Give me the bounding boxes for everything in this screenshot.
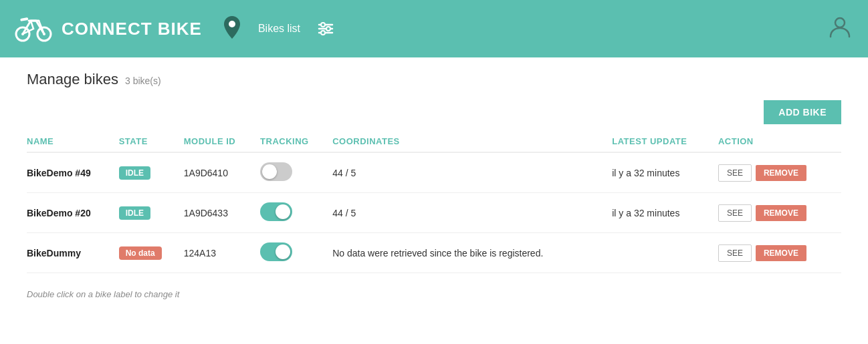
bikes-table: NAME STATE MODULE ID TRACKING COORDINATE… <box>27 131 841 273</box>
state-badge: IDLE <box>119 206 150 220</box>
latest-update-cell <box>612 233 718 273</box>
state-badge: No data <box>119 246 162 260</box>
footer-hint: Double click on a bike label to change i… <box>27 289 841 299</box>
svg-point-10 <box>326 27 330 31</box>
tracking-cell <box>260 233 332 273</box>
svg-point-9 <box>321 23 325 27</box>
nav-bikes-list[interactable]: Bikes list <box>258 23 300 35</box>
action-cell: SEE REMOVE <box>718 193 841 233</box>
col-state: STATE <box>119 131 184 152</box>
module-id-cell: 1A9D6410 <box>184 152 260 193</box>
bike-state-cell: No data <box>119 233 184 273</box>
table-header: NAME STATE MODULE ID TRACKING COORDINATE… <box>27 131 841 152</box>
col-action: ACTION <box>718 131 841 152</box>
col-name: NAME <box>27 131 119 152</box>
nav-area: Bikes list <box>222 15 335 43</box>
main-content: Manage bikes 3 bike(s) ADD BIKE NAME STA… <box>0 57 868 313</box>
user-icon[interactable] <box>828 14 852 43</box>
add-bike-row: ADD BIKE <box>27 100 841 124</box>
bike-state-cell: IDLE <box>119 152 184 193</box>
bike-state-cell: IDLE <box>119 193 184 233</box>
bike-logo-icon <box>13 9 53 49</box>
bike-name-cell: BikeDemo #49 <box>27 152 119 193</box>
action-cell: SEE REMOVE <box>718 152 841 193</box>
table-row: BikeDemo #20IDLE1A9D6433 44 / 5il y a 32… <box>27 193 841 233</box>
coordinates-cell: 44 / 5 <box>332 152 612 193</box>
bike-name-cell: BikeDemo #20 <box>27 193 119 233</box>
col-latest-update: LATEST UPDATE <box>612 131 718 152</box>
logo-area: CONNECT BIKE <box>13 9 202 49</box>
module-id-cell: 124A13 <box>184 233 260 273</box>
action-cell: SEE REMOVE <box>718 233 841 273</box>
col-module-id: MODULE ID <box>184 131 260 152</box>
coordinates-cell: No data were retrieved since the bike is… <box>332 233 612 273</box>
svg-point-11 <box>321 31 325 35</box>
see-button[interactable]: SEE <box>718 204 752 222</box>
table-body: BikeDemo #49IDLE1A9D6410 44 / 5il y a 32… <box>27 152 841 273</box>
logo-text: CONNECT BIKE <box>62 19 202 39</box>
bike-name[interactable]: BikeDummy <box>27 248 81 259</box>
tracking-toggle[interactable] <box>260 162 292 181</box>
remove-button[interactable]: REMOVE <box>756 165 806 181</box>
state-badge: IDLE <box>119 166 150 180</box>
see-button[interactable]: SEE <box>718 244 752 262</box>
add-bike-button[interactable]: ADD BIKE <box>764 100 841 124</box>
coordinates-cell: 44 / 5 <box>332 193 612 233</box>
see-button[interactable]: SEE <box>718 164 752 182</box>
remove-button[interactable]: REMOVE <box>756 245 806 261</box>
bike-name[interactable]: BikeDemo #20 <box>27 208 91 218</box>
page-title: Manage bikes <box>27 71 118 88</box>
tracking-toggle[interactable] <box>260 242 292 261</box>
remove-button[interactable]: REMOVE <box>756 205 806 221</box>
col-coordinates: COORDINATES <box>332 131 612 152</box>
latest-update-cell: il y a 32 minutes <box>612 152 718 193</box>
settings-icon[interactable] <box>316 19 335 38</box>
col-tracking: TRACKING <box>260 131 332 152</box>
tracking-toggle[interactable] <box>260 202 292 221</box>
map-icon[interactable] <box>222 15 242 43</box>
page-title-area: Manage bikes 3 bike(s) <box>27 71 841 88</box>
tracking-cell <box>260 193 332 233</box>
tracking-cell <box>260 152 332 193</box>
header: CONNECT BIKE Bikes list <box>0 0 868 57</box>
table-row: BikeDemo #49IDLE1A9D6410 44 / 5il y a 32… <box>27 152 841 193</box>
bike-count: 3 bike(s) <box>125 75 161 86</box>
latest-update-cell: il y a 32 minutes <box>612 193 718 233</box>
bike-name-cell: BikeDummy <box>27 233 119 273</box>
svg-rect-4 <box>20 17 29 21</box>
svg-point-5 <box>229 21 235 27</box>
module-id-cell: 1A9D6433 <box>184 193 260 233</box>
svg-point-12 <box>835 18 845 27</box>
table-row: BikeDummyNo data124A13 No data were retr… <box>27 233 841 273</box>
bike-name[interactable]: BikeDemo #49 <box>27 168 91 178</box>
